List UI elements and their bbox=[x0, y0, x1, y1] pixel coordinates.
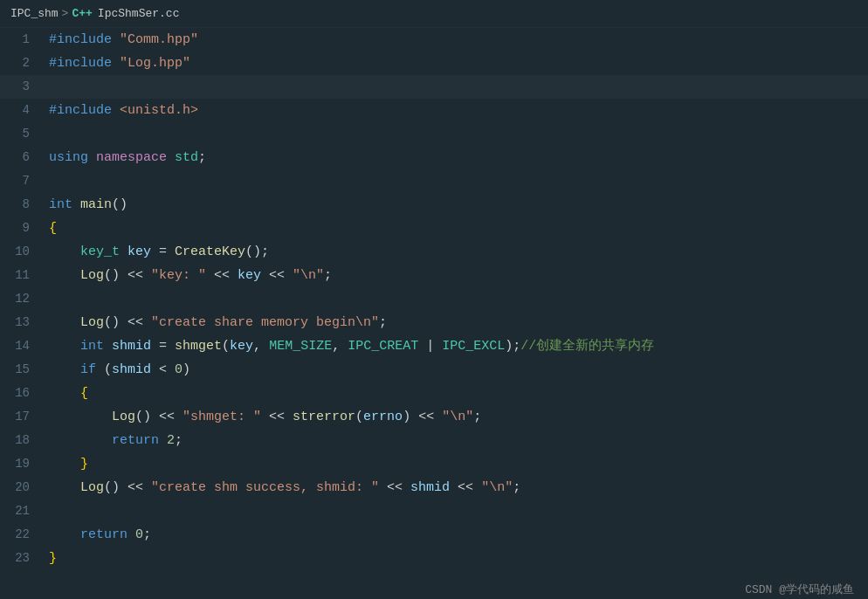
token-str: "key: " bbox=[151, 268, 206, 283]
token-pp: #include bbox=[49, 103, 112, 118]
token-macro: MEM_SIZE bbox=[269, 339, 332, 354]
token-num: 0 bbox=[135, 527, 143, 542]
token-op bbox=[127, 527, 135, 542]
code-line: 7 bbox=[0, 169, 868, 193]
breadcrumb-bar: IPC_shm > C++ IpcShmSer.cc bbox=[0, 0, 868, 28]
token-var: shmid bbox=[410, 480, 450, 495]
token-op: = bbox=[151, 244, 175, 259]
token-bracket: } bbox=[80, 457, 88, 472]
token-kw: int bbox=[49, 339, 104, 354]
token-bracket: } bbox=[49, 551, 57, 566]
breadcrumb-lang: C++ bbox=[72, 7, 92, 20]
token-op: << bbox=[206, 268, 238, 283]
token-op: () << bbox=[104, 268, 151, 283]
code-line: 16 { bbox=[0, 382, 868, 405]
line-content: #include <unistd.h> bbox=[44, 99, 868, 122]
token-op: << bbox=[261, 410, 293, 424]
token-op bbox=[49, 386, 80, 401]
token-macro: IPC_CREAT bbox=[348, 339, 418, 354]
line-number: 15 bbox=[0, 358, 44, 382]
token-fn: Log bbox=[49, 480, 104, 495]
code-line: 3 bbox=[0, 75, 868, 99]
code-area: 1#include "Comm.hpp"2#include "Log.hpp"3… bbox=[0, 28, 868, 599]
code-line: 18 return 2; bbox=[0, 429, 868, 452]
token-op: () << bbox=[104, 480, 151, 495]
token-op: << bbox=[261, 268, 293, 283]
code-line: 12 bbox=[0, 287, 868, 311]
line-content: #include "Log.hpp" bbox=[44, 52, 868, 75]
token-fn: CreateKey bbox=[175, 244, 245, 259]
token-var: key bbox=[127, 244, 151, 259]
token-op: ) << bbox=[403, 410, 442, 424]
line-content: key_t key = CreateKey(); bbox=[44, 240, 868, 264]
code-line: 14 int shmid = shmget(key, MEM_SIZE, IPC… bbox=[0, 334, 868, 358]
token-bracket: { bbox=[49, 221, 57, 236]
token-op: ; bbox=[198, 150, 206, 165]
token-op bbox=[120, 244, 127, 259]
token-op: (); bbox=[245, 244, 269, 259]
token-op bbox=[167, 150, 175, 165]
token-str: "create shm success, shmid: " bbox=[151, 480, 379, 495]
token-var: errno bbox=[363, 410, 403, 424]
line-content: using namespace std; bbox=[44, 146, 868, 169]
token-op: ) bbox=[183, 362, 190, 377]
token-op bbox=[104, 339, 112, 354]
line-number: 10 bbox=[0, 240, 44, 264]
token-str: "\n" bbox=[293, 268, 324, 283]
code-line: 6using namespace std; bbox=[0, 146, 868, 169]
code-line: 2#include "Log.hpp" bbox=[0, 52, 868, 75]
line-number: 19 bbox=[0, 452, 44, 476]
token-op: ; bbox=[379, 315, 387, 330]
token-inc: <unistd.h> bbox=[120, 103, 198, 118]
token-fn: shmget bbox=[175, 339, 222, 354]
line-number: 1 bbox=[0, 28, 44, 52]
token-fn: strerror bbox=[293, 410, 355, 424]
token-op: ( bbox=[222, 339, 230, 354]
token-op bbox=[112, 103, 120, 118]
token-op: ); bbox=[505, 339, 520, 354]
line-content: } bbox=[44, 547, 868, 570]
breadcrumb-sep: > bbox=[62, 7, 69, 20]
token-op: = bbox=[151, 339, 175, 354]
breadcrumb-folder: IPC_shm bbox=[10, 7, 59, 20]
code-line: 15 if (shmid < 0) bbox=[0, 358, 868, 382]
line-number: 9 bbox=[0, 217, 44, 240]
token-num: 0 bbox=[175, 362, 183, 377]
token-op: ; bbox=[175, 433, 183, 448]
token-str: "shmget: " bbox=[183, 410, 261, 424]
token-op bbox=[88, 150, 96, 165]
token-fn: Log bbox=[49, 410, 135, 424]
token-kw: int bbox=[49, 197, 72, 212]
code-line: 5 bbox=[0, 122, 868, 146]
line-number: 23 bbox=[0, 547, 44, 570]
token-kw: using bbox=[49, 150, 88, 165]
token-op: , bbox=[253, 339, 269, 354]
line-content: if (shmid < 0) bbox=[44, 358, 868, 382]
token-op: ( bbox=[355, 410, 363, 424]
code-line: 11 Log() << "key: " << key << "\n"; bbox=[0, 264, 868, 287]
token-cmt: //创建全新的共享内存 bbox=[520, 339, 654, 354]
footer-bar: CSDN @学代码的咸鱼 bbox=[731, 580, 868, 599]
token-op: () << bbox=[104, 315, 151, 330]
code-line: 23} bbox=[0, 547, 868, 570]
token-op bbox=[72, 197, 80, 212]
token-kw: if bbox=[49, 362, 96, 377]
token-kw: return bbox=[49, 433, 159, 448]
line-content: } bbox=[44, 452, 868, 476]
code-line: 9{ bbox=[0, 217, 868, 240]
line-content: Log() << "create shm success, shmid: " <… bbox=[44, 476, 868, 499]
token-pp: #include bbox=[49, 56, 112, 71]
code-line: 1#include "Comm.hpp" bbox=[0, 28, 868, 52]
code-line: 8int main() bbox=[0, 193, 868, 217]
token-str: "\n" bbox=[481, 480, 513, 495]
line-content: int main() bbox=[44, 193, 868, 217]
token-op: << bbox=[379, 480, 410, 495]
token-str: "create share memory begin\n" bbox=[151, 315, 379, 330]
token-pp: #include bbox=[49, 32, 112, 47]
token-op: ; bbox=[143, 527, 151, 542]
line-number: 16 bbox=[0, 382, 44, 405]
breadcrumb-file: IpcShmSer.cc bbox=[98, 7, 180, 20]
line-number: 8 bbox=[0, 193, 44, 217]
token-op bbox=[112, 56, 120, 71]
token-op: , bbox=[332, 339, 348, 354]
